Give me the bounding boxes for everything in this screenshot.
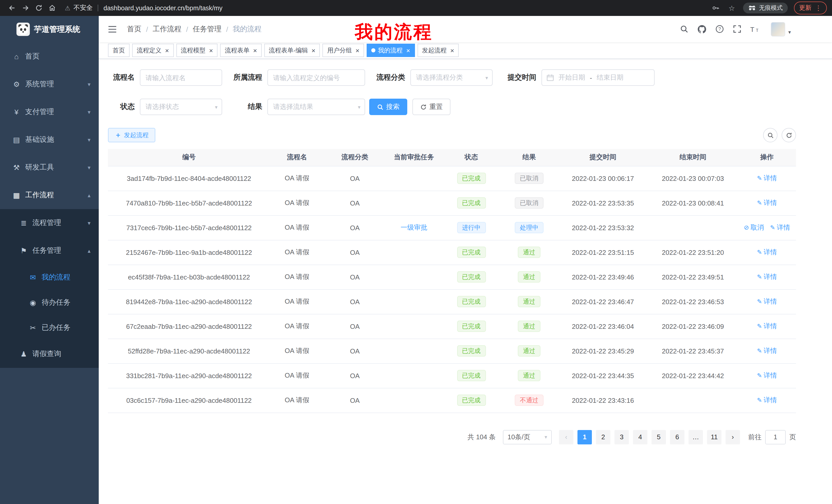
process-key-input[interactable] bbox=[267, 69, 365, 86]
page-button-5[interactable]: 5 bbox=[651, 430, 666, 444]
row-detail-link[interactable]: ✎详情 bbox=[757, 321, 777, 331]
row-cancel-link[interactable]: ⊘取消 bbox=[744, 223, 764, 232]
row-detail-link[interactable]: ✎详情 bbox=[757, 371, 777, 380]
close-icon[interactable]: × bbox=[209, 47, 213, 54]
close-icon[interactable]: × bbox=[356, 47, 359, 54]
github-icon[interactable] bbox=[697, 24, 706, 34]
close-icon[interactable]: × bbox=[450, 47, 454, 54]
pagination: 共 104 条 10条/页 ▾ ‹ 123456…11 › 前往 页 bbox=[108, 430, 796, 444]
bookmark-star-icon[interactable]: ☆ bbox=[727, 4, 737, 12]
update-label: 更新 bbox=[799, 4, 811, 12]
next-page-button[interactable]: › bbox=[726, 430, 740, 444]
create-process-button[interactable]: ＋ 发起流程 bbox=[108, 128, 155, 142]
show-search-icon[interactable] bbox=[763, 128, 778, 142]
sidebar-item-workflow[interactable]: ▦工作流程▴ bbox=[0, 181, 99, 209]
sidebar-item-leave-query[interactable]: ♟请假查询 bbox=[0, 340, 99, 368]
address-bar[interactable]: ⚠ 不安全 dashboard.yudao.iocoder.cn/bpm/tas… bbox=[65, 4, 710, 12]
status-select[interactable]: 请选择状态 ▾ bbox=[140, 99, 222, 115]
sidebar-item-process-mgmt[interactable]: ≣流程管理▾ bbox=[0, 209, 99, 237]
close-icon[interactable]: × bbox=[406, 47, 410, 54]
tab-label: 流程表单-编辑 bbox=[269, 46, 308, 55]
tab-process-form-edit[interactable]: 流程表单-编辑× bbox=[264, 44, 320, 57]
sidebar-item-system[interactable]: ⚙系统管理▾ bbox=[0, 71, 99, 98]
search-icon[interactable] bbox=[680, 25, 688, 33]
page-button-4[interactable]: 4 bbox=[633, 430, 647, 444]
user-avatar[interactable]: ▾ bbox=[771, 22, 791, 36]
hamburger-icon[interactable] bbox=[108, 25, 117, 33]
sidebar-item-todo-task[interactable]: ◉待办任务 bbox=[0, 290, 99, 315]
cell-end-time: 2022-01-22 23:46:09 bbox=[648, 314, 738, 339]
page-button-11[interactable]: 11 bbox=[707, 430, 722, 444]
breadcrumb-item[interactable]: 首页 bbox=[127, 24, 141, 34]
search-button[interactable]: 搜索 bbox=[369, 99, 407, 115]
sidebar-item-devtools[interactable]: ⚒研发工具▾ bbox=[0, 153, 99, 181]
forward-icon[interactable] bbox=[19, 1, 32, 15]
tab-start-process[interactable]: 发起流程× bbox=[417, 44, 459, 57]
row-detail-link[interactable]: ✎详情 bbox=[757, 396, 777, 405]
breadcrumb-item[interactable]: 工作流程 bbox=[153, 24, 182, 34]
row-detail-link[interactable]: ✎详情 bbox=[757, 174, 777, 183]
result-select[interactable]: 请选择流结果 ▾ bbox=[267, 99, 365, 115]
calendar-icon bbox=[547, 74, 554, 81]
key-icon[interactable] bbox=[710, 4, 721, 12]
breadcrumb-item[interactable]: 任务管理 bbox=[193, 24, 222, 34]
row-action-label: 详情 bbox=[763, 248, 777, 257]
page-button-1[interactable]: 1 bbox=[577, 430, 592, 444]
tab-home[interactable]: 首页 bbox=[108, 44, 130, 57]
sidebar-item-home[interactable]: ⌂首页 bbox=[0, 43, 99, 71]
sidebar-item-my-process[interactable]: ✉我的流程 bbox=[0, 264, 99, 290]
date-range-picker[interactable]: 开始日期 - 结束日期 bbox=[542, 69, 655, 86]
page-button-2[interactable]: 2 bbox=[596, 430, 610, 444]
cell-actions: ✎详情 bbox=[738, 166, 796, 191]
incognito-label: 无痕模式 bbox=[759, 4, 783, 12]
row-detail-link[interactable]: ✎详情 bbox=[757, 272, 777, 282]
category-label: 流程分类 bbox=[374, 73, 410, 82]
chat-icon: ✉ bbox=[29, 273, 37, 281]
category-select[interactable]: 请选择流程分类 ▾ bbox=[410, 69, 493, 86]
close-icon[interactable]: × bbox=[165, 47, 169, 54]
status-placeholder: 请选择状态 bbox=[146, 102, 179, 111]
fullscreen-icon[interactable] bbox=[733, 25, 742, 33]
row-detail-link[interactable]: ✎详情 bbox=[757, 297, 777, 306]
page-size-select[interactable]: 10条/页 ▾ bbox=[503, 430, 552, 444]
cell-id: 7317cec6-7b9b-11ec-b5b7-acde48001122 bbox=[108, 215, 270, 240]
cell-current-task bbox=[386, 363, 442, 388]
tab-my-process[interactable]: 我的流程× bbox=[367, 44, 415, 57]
reset-button[interactable]: 重置 bbox=[412, 99, 450, 115]
back-icon[interactable] bbox=[5, 1, 19, 15]
row-detail-link[interactable]: ✎详情 bbox=[757, 248, 777, 257]
sidebar-item-infrastructure[interactable]: ▤基础设施▾ bbox=[0, 126, 99, 153]
sidebar-item-done-task[interactable]: ✂已办任务 bbox=[0, 315, 99, 340]
page-button-6[interactable]: 6 bbox=[670, 430, 684, 444]
edit-icon: ✎ bbox=[757, 397, 762, 404]
tab-user-group[interactable]: 用户分组× bbox=[323, 44, 364, 57]
browser-menu-icon[interactable]: ⋮ bbox=[815, 4, 822, 12]
current-task-link[interactable]: 一级审批 bbox=[400, 223, 427, 232]
prev-page-button[interactable]: ‹ bbox=[559, 430, 573, 444]
close-icon[interactable]: × bbox=[312, 47, 315, 54]
browser-update-button[interactable]: 更新 ⋮ bbox=[794, 2, 827, 15]
font-size-icon[interactable]: TT bbox=[750, 25, 760, 33]
tab-process-definition[interactable]: 流程定义× bbox=[132, 44, 174, 57]
sidebar-item-payment[interactable]: ¥支付管理▾ bbox=[0, 98, 99, 126]
sidebar-item-task-mgmt[interactable]: ⚑任务管理▴ bbox=[0, 237, 99, 264]
refresh-table-icon[interactable] bbox=[782, 128, 796, 142]
cell-process-name: OA 请假 bbox=[270, 314, 324, 339]
home-icon[interactable] bbox=[45, 1, 59, 15]
row-detail-link[interactable]: ✎详情 bbox=[757, 346, 777, 356]
page-button-3[interactable]: 3 bbox=[615, 430, 629, 444]
help-icon[interactable]: ? bbox=[715, 25, 724, 33]
reload-icon[interactable] bbox=[32, 1, 45, 15]
goto-page-input[interactable] bbox=[765, 430, 786, 444]
cell-current-task bbox=[386, 166, 442, 191]
row-detail-link[interactable]: ✎详情 bbox=[757, 198, 777, 207]
refresh-icon bbox=[420, 104, 427, 110]
tab-process-model[interactable]: 流程模型× bbox=[176, 44, 217, 57]
row-detail-link[interactable]: ✎详情 bbox=[770, 223, 790, 232]
app-logo-row[interactable]: 芋道管理系统 bbox=[0, 16, 99, 43]
close-icon[interactable]: × bbox=[253, 47, 257, 54]
tab-process-form[interactable]: 流程表单× bbox=[220, 44, 261, 57]
column-header: 状态 bbox=[442, 149, 500, 166]
active-tab-dot bbox=[371, 48, 375, 52]
process-name-input[interactable] bbox=[140, 69, 222, 86]
